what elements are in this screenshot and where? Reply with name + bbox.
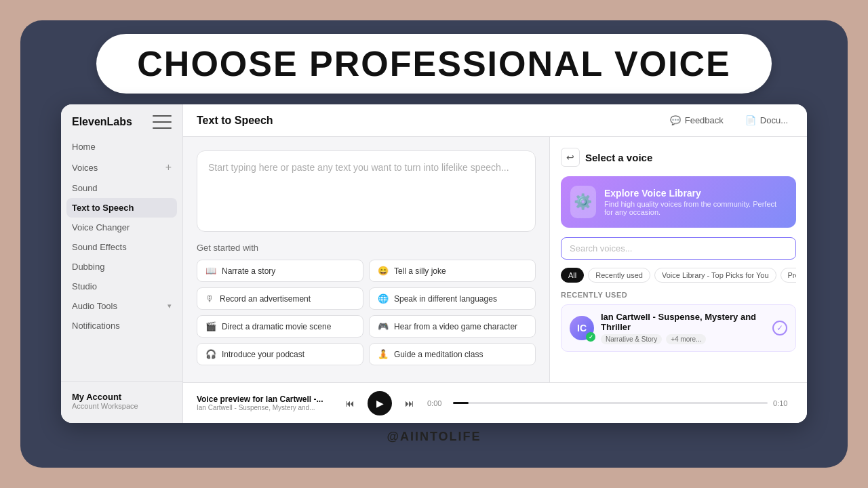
voice-tabs: All Recently used Voice Library - Top Pi…	[561, 268, 796, 283]
sidebar-item-notifications[interactable]: Notifications	[61, 316, 182, 336]
app-window: ElevenLabs Home Voices + Sound Text to S…	[61, 104, 807, 423]
podcast-icon: 🎧	[205, 349, 216, 359]
joke-icon: 😄	[378, 266, 389, 276]
prompt-podcast[interactable]: 🎧 Introduce your podcast	[197, 343, 363, 365]
sidebar-item-dubbing[interactable]: Dubbing	[61, 257, 182, 277]
player-controls: ⏮ ▶ ⏭	[340, 391, 419, 415]
player-title: Voice preview for Ian Cartwell -...	[197, 394, 332, 404]
play-button[interactable]: ▶	[368, 391, 392, 415]
voice-avatar: IC ✓	[570, 316, 594, 340]
voice-name: Ian Cartwell - Suspense, Mystery and Thr…	[601, 312, 766, 332]
prompt-languages[interactable]: 🌐 Speak in different languages	[369, 287, 536, 310]
text-panel: Start typing here or paste any text you …	[183, 137, 549, 382]
sidebar-item-sound-effects[interactable]: Sound Effects	[61, 237, 182, 257]
feedback-icon: 💬	[670, 115, 681, 125]
sidebar-item-home[interactable]: Home	[61, 137, 182, 157]
player-time-total: 0:10	[773, 399, 793, 407]
main-header: Text to Speech 💬 Feedback 📄 Docu...	[183, 104, 807, 137]
sidebar-logo: ElevenLabs	[61, 113, 182, 137]
app-logo-text: ElevenLabs	[72, 116, 132, 128]
ad-icon: 🎙	[205, 293, 214, 304]
voice-library-icon: ⚙️	[570, 186, 596, 218]
rewind-button[interactable]: ⏮	[340, 394, 359, 413]
meditation-icon: 🧘	[378, 349, 389, 359]
voice-panel-header: ↩ Select a voice	[561, 148, 796, 167]
sidebar-account[interactable]: My Account Account Workspace	[61, 387, 182, 415]
voice-info: Ian Cartwell - Suspense, Mystery and Thr…	[601, 312, 766, 344]
tab-all[interactable]: All	[561, 268, 584, 283]
sidebar-toggle-button[interactable]	[153, 115, 172, 129]
prompt-advertisement[interactable]: 🎙 Record an advertisement	[197, 287, 363, 310]
social-handle: @AIINTOLIFE	[387, 430, 481, 444]
voice-tag-1: +4 more...	[666, 334, 706, 344]
get-started-section: Get started with 📖 Narrate a story 😄 Tel…	[197, 243, 536, 365]
voice-initials: IC	[577, 323, 587, 333]
tab-recently-used[interactable]: Recently used	[588, 268, 650, 283]
voice-card-ian[interactable]: IC ✓ Ian Cartwell - Suspense, Mystery an…	[561, 304, 796, 352]
voice-tags: Narrative & Story +4 more...	[601, 334, 766, 344]
languages-icon: 🌐	[378, 293, 389, 304]
prompt-meditation[interactable]: 🧘 Guide a meditation class	[369, 343, 536, 365]
game-icon: 🎮	[378, 321, 389, 331]
player-info: Voice preview for Ian Cartwell -... Ian …	[197, 394, 332, 411]
sidebar-item-voices[interactable]: Voices +	[61, 157, 182, 178]
tab-professional[interactable]: Professional	[781, 268, 796, 283]
voice-library-text: Explore Voice Library Find high quality …	[604, 188, 787, 216]
recently-used-label: Recently used	[561, 291, 796, 299]
sidebar-bottom: My Account Account Workspace	[61, 381, 182, 415]
prompt-game[interactable]: 🎮 Hear from a video game character	[369, 315, 536, 338]
voice-library-card[interactable]: ⚙️ Explore Voice Library Find high quali…	[561, 176, 796, 228]
text-placeholder: Start typing here or paste any text you …	[208, 162, 509, 173]
page-title: Text to Speech	[197, 115, 273, 127]
prompt-grid: 📖 Narrate a story 😄 Tell a silly joke 🎙 …	[197, 260, 536, 365]
player-subtitle: Ian Cartwell - Suspense, Mystery and...	[197, 404, 332, 411]
audio-tools-chevron-icon: ▾	[167, 302, 172, 310]
prompt-movie[interactable]: 🎬 Direct a dramatic movie scene	[197, 315, 363, 338]
voice-panel-title: Select a voice	[585, 152, 652, 163]
sidebar-item-audio-tools[interactable]: Audio Tools ▾	[61, 296, 182, 316]
prompt-joke[interactable]: 😄 Tell a silly joke	[369, 260, 536, 282]
progress-track[interactable]	[453, 402, 768, 404]
prompt-narrate[interactable]: 📖 Narrate a story	[197, 260, 363, 282]
account-name: My Account	[72, 392, 172, 402]
title-badge: CHOOSE PROFESSIONAL VOICE	[96, 34, 771, 94]
tab-voice-library[interactable]: Voice Library - Top Picks for You	[654, 268, 776, 283]
header-actions: 💬 Feedback 📄 Docu...	[665, 113, 793, 128]
main-title: CHOOSE PROFESSIONAL VOICE	[137, 43, 730, 84]
movie-icon: 🎬	[205, 321, 216, 331]
back-button[interactable]: ↩	[561, 148, 580, 167]
sidebar-item-voice-changer[interactable]: Voice Changer	[61, 218, 182, 237]
fast-forward-button[interactable]: ⏭	[400, 394, 419, 413]
voices-plus-icon: +	[165, 161, 172, 174]
outer-container: CHOOSE PROFESSIONAL VOICE ElevenLabs Hom…	[20, 20, 848, 468]
document-button[interactable]: 📄 Docu...	[740, 113, 793, 128]
voice-tag-0: Narrative & Story	[601, 334, 662, 344]
voice-panel: ↩ Select a voice ⚙️ Explore Voice Librar…	[549, 137, 807, 382]
verified-badge: ✓	[586, 332, 595, 342]
player-time-current: 0:00	[427, 399, 448, 407]
main-body: Start typing here or paste any text you …	[183, 137, 807, 382]
narrate-icon: 📖	[205, 266, 216, 276]
sidebar-item-tts[interactable]: Text to Speech	[66, 198, 177, 218]
voice-library-name: Explore Voice Library	[604, 188, 787, 199]
main-content: Text to Speech 💬 Feedback 📄 Docu...	[183, 104, 807, 423]
player-bar: Voice preview for Ian Cartwell -... Ian …	[183, 382, 807, 423]
get-started-label: Get started with	[197, 243, 536, 253]
sidebar: ElevenLabs Home Voices + Sound Text to S…	[61, 104, 183, 423]
voice-selected-icon: ✓	[772, 321, 787, 336]
account-workspace: Account Workspace	[72, 402, 172, 410]
feedback-button[interactable]: 💬 Feedback	[665, 113, 729, 128]
sidebar-item-studio[interactable]: Studio	[61, 277, 182, 296]
sidebar-item-sound[interactable]: Sound	[61, 178, 182, 198]
voice-library-desc: Find high quality voices from the commun…	[604, 200, 787, 216]
text-input-area[interactable]: Start typing here or paste any text you …	[197, 150, 536, 232]
progress-fill	[453, 402, 469, 404]
document-icon: 📄	[745, 115, 756, 125]
player-progress: 0:00 0:10	[427, 399, 793, 407]
voice-search-input[interactable]	[561, 237, 796, 260]
